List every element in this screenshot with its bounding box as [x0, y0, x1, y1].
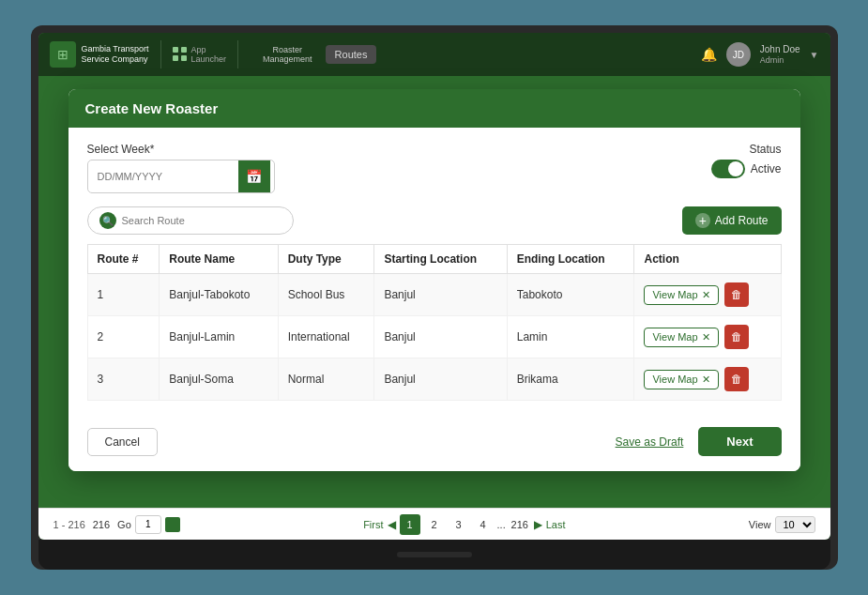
- cell-duty-type: Normal: [278, 359, 374, 401]
- cell-start-loc: Banjul: [374, 316, 507, 359]
- table-head: Route # Route Name Duty Type Starting Lo…: [87, 245, 781, 274]
- cell-end-loc: Lamin: [507, 316, 634, 359]
- prev-page-arrow[interactable]: ◀: [388, 518, 396, 531]
- bell-icon[interactable]: 🔔: [701, 47, 717, 62]
- cell-route-num: 1: [87, 274, 160, 316]
- pagination-nav: First ◀ 1 2 3 4 ... 216 ▶ Last: [363, 514, 565, 535]
- brand-logo: ⊞ Gambia Transport Service Company: [50, 41, 149, 68]
- search-add-row: 🔍 + Add Route: [87, 206, 782, 235]
- pagination-range: 1 - 216: [53, 519, 85, 530]
- page-2[interactable]: 2: [424, 514, 445, 535]
- user-info: John Doe Admin: [760, 43, 800, 67]
- table-body: 1 Banjul-Tabokoto School Bus Banjul Tabo…: [87, 274, 781, 401]
- table-row: 2 Banjul-Lamin International Banjul Lami…: [87, 316, 781, 359]
- status-label: Status: [749, 143, 781, 156]
- launcher-label: App Launcher: [191, 45, 227, 64]
- topbar: ⊞ Gambia Transport Service Company App L…: [38, 33, 830, 76]
- search-wrap: 🔍: [87, 206, 294, 235]
- create-roaster-modal: Create New Roaster Select Week* 📅: [69, 89, 800, 471]
- laptop-base: [38, 540, 830, 570]
- view-map-button-1[interactable]: View Map ✕: [644, 328, 718, 347]
- launcher-grid-icon: [173, 47, 188, 62]
- pagination-view: View 10 25 50: [749, 516, 815, 533]
- next-button[interactable]: Next: [698, 427, 781, 456]
- cell-route-num: 2: [87, 316, 160, 359]
- action-cell-2: View Map ✕ 🗑: [644, 367, 770, 391]
- last-page-link[interactable]: Last: [546, 519, 566, 530]
- calendar-button[interactable]: 📅: [238, 160, 270, 192]
- search-input[interactable]: [122, 215, 282, 226]
- plus-icon: +: [695, 213, 710, 228]
- delete-button-2[interactable]: 🗑: [724, 367, 749, 391]
- user-name: John Doe: [760, 43, 800, 55]
- page-216[interactable]: 216: [510, 514, 530, 535]
- page-3[interactable]: 3: [449, 514, 469, 535]
- user-role: Admin: [760, 55, 800, 67]
- view-label: View: [749, 519, 771, 530]
- view-map-button-0[interactable]: View Map ✕: [644, 285, 718, 305]
- brand-icon: ⊞: [50, 41, 76, 68]
- delete-button-1[interactable]: 🗑: [724, 325, 749, 349]
- topbar-nav: Roaster Management Routes: [253, 41, 376, 68]
- cell-route-name: Banjul-Soma: [160, 359, 278, 401]
- cell-duty-type: International: [278, 316, 374, 359]
- map-close-icon-2: ✕: [702, 374, 710, 386]
- app-launcher[interactable]: App Launcher: [173, 45, 227, 64]
- go-input[interactable]: [135, 515, 161, 534]
- cell-action: View Map ✕ 🗑: [634, 274, 781, 316]
- pagination-bar: 1 - 216 216 Go First ◀ 1 2 3 4 ... 216 ▶: [38, 508, 830, 540]
- modal-footer: Cancel Save as Draft Next: [69, 416, 800, 471]
- pagination-total: 216: [93, 519, 110, 530]
- go-label: Go: [117, 519, 131, 530]
- topbar-right: 🔔 JD John Doe Admin ▼: [701, 42, 819, 67]
- page-4[interactable]: 4: [473, 514, 494, 535]
- table-header-row: Route # Route Name Duty Type Starting Lo…: [87, 245, 781, 274]
- topbar-divider-2: [237, 40, 238, 69]
- col-end-loc: Ending Location: [507, 245, 634, 274]
- week-form-group: Select Week* 📅: [87, 143, 275, 193]
- date-input-wrap: 📅: [87, 160, 275, 193]
- table-row: 1 Banjul-Tabokoto School Bus Banjul Tabo…: [87, 274, 781, 316]
- col-start-loc: Starting Location: [374, 245, 507, 274]
- go-button[interactable]: [165, 517, 180, 532]
- week-label: Select Week*: [87, 143, 275, 156]
- routes-table: Route # Route Name Duty Type Starting Lo…: [87, 244, 782, 401]
- form-top-row: Select Week* 📅 Status Active: [87, 143, 782, 193]
- topbar-divider: [160, 40, 161, 69]
- map-close-icon-0: ✕: [702, 289, 710, 301]
- nav-roaster-management[interactable]: Roaster Management: [253, 41, 322, 68]
- page-1[interactable]: 1: [400, 514, 420, 535]
- cancel-button[interactable]: Cancel: [87, 428, 158, 456]
- nav-routes[interactable]: Routes: [326, 45, 377, 64]
- date-input[interactable]: [88, 164, 238, 189]
- view-map-button-2[interactable]: View Map ✕: [644, 370, 718, 389]
- cell-action: View Map ✕ 🗑: [634, 316, 781, 359]
- table-row: 3 Banjul-Soma Normal Banjul Brikama View…: [87, 359, 781, 401]
- view-count-select[interactable]: 10 25 50: [775, 516, 815, 533]
- add-route-button[interactable]: + Add Route: [682, 206, 782, 235]
- action-cell-1: View Map ✕ 🗑: [644, 325, 770, 349]
- footer-right: Save as Draft Next: [616, 427, 782, 456]
- laptop-shell: ⊞ Gambia Transport Service Company App L…: [31, 25, 838, 570]
- toggle-row: Active: [711, 160, 782, 178]
- first-page-link[interactable]: First: [363, 519, 383, 530]
- page-background: Create New Roaster Select Week* 📅: [38, 76, 830, 540]
- brand-name: Gambia Transport Service Company: [82, 44, 149, 65]
- cell-duty-type: School Bus: [278, 274, 374, 316]
- cell-start-loc: Banjul: [374, 359, 507, 401]
- modal-title: Create New Roaster: [85, 100, 219, 116]
- status-group: Status Active: [711, 143, 782, 178]
- save-draft-button[interactable]: Save as Draft: [616, 435, 684, 449]
- cell-start-loc: Banjul: [374, 274, 507, 316]
- search-icon: 🔍: [99, 212, 116, 229]
- next-page-arrow[interactable]: ▶: [534, 518, 542, 531]
- cell-end-loc: Tabokoto: [507, 274, 634, 316]
- status-toggle[interactable]: [711, 160, 745, 178]
- page-ellipsis: ...: [497, 519, 506, 530]
- user-dropdown-icon[interactable]: ▼: [810, 50, 819, 60]
- delete-button-0[interactable]: 🗑: [724, 282, 749, 307]
- pagination-go: Go: [117, 515, 180, 534]
- modal-header: Create New Roaster: [69, 89, 800, 128]
- cell-route-num: 3: [87, 359, 160, 401]
- col-action: Action: [634, 245, 781, 274]
